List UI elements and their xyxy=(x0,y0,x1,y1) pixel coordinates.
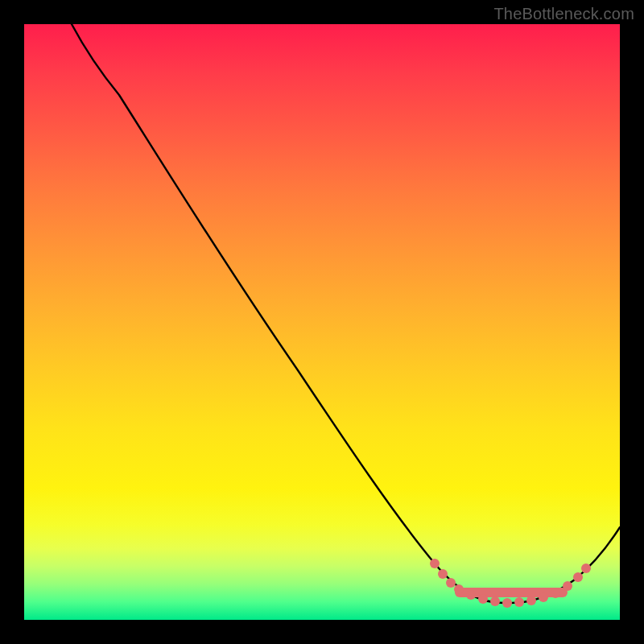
plot-area xyxy=(24,24,620,620)
marker-dot xyxy=(514,597,524,607)
marker-group xyxy=(430,559,591,608)
marker-dot xyxy=(502,598,512,608)
marker-dot xyxy=(551,588,560,598)
marker-dot xyxy=(563,581,572,591)
marker-dot xyxy=(466,590,476,600)
marker-dot xyxy=(454,584,464,594)
watermark-text: TheBottleneck.com xyxy=(493,5,634,23)
bottleneck-curve xyxy=(72,24,620,603)
marker-dot xyxy=(478,594,488,604)
marker-dot xyxy=(573,572,583,582)
outer-frame: TheBottleneck.com xyxy=(0,0,644,644)
marker-dot xyxy=(446,578,456,588)
marker-dot xyxy=(430,559,440,568)
chart-svg xyxy=(24,24,620,620)
marker-dot xyxy=(490,597,500,606)
marker-dot xyxy=(438,569,448,579)
marker-dot xyxy=(581,564,591,573)
marker-dot xyxy=(526,596,536,605)
marker-dot xyxy=(539,592,548,602)
